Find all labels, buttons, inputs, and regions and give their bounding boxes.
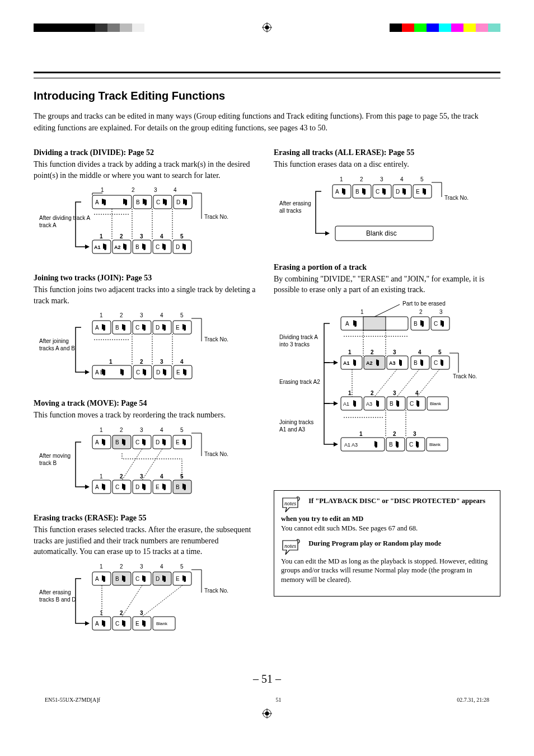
notes-icon: notes bbox=[281, 539, 303, 557]
svg-text:4: 4 bbox=[400, 176, 404, 182]
svg-text:D: D bbox=[396, 189, 400, 195]
svg-text:After erasing: After erasing bbox=[279, 200, 311, 206]
svg-text:Dividing track A: Dividing track A bbox=[279, 334, 318, 340]
note2-body: You can edit the MD as long as the playb… bbox=[281, 557, 488, 584]
print-crop-marks bbox=[34, 0, 500, 38]
svg-text:1: 1 bbox=[101, 187, 104, 193]
page-number: – 51 – bbox=[34, 673, 500, 685]
svg-text:D: D bbox=[176, 244, 180, 250]
footer-center: 51 bbox=[276, 697, 282, 703]
svg-text:Track No.: Track No. bbox=[204, 451, 228, 457]
svg-text:5: 5 bbox=[420, 176, 424, 182]
svg-text:E: E bbox=[176, 325, 180, 331]
svg-text:Track No.: Track No. bbox=[444, 195, 469, 201]
svg-text:Blank: Blank bbox=[429, 442, 441, 447]
note1-body: You cannot edit such MDs. See pages 67 a… bbox=[281, 524, 418, 532]
svg-text:5: 5 bbox=[438, 349, 442, 355]
svg-text:3: 3 bbox=[140, 564, 143, 570]
svg-text:2: 2 bbox=[371, 390, 374, 396]
svg-text:all tracks: all tracks bbox=[279, 208, 301, 214]
registration-mark-icon bbox=[262, 22, 272, 32]
svg-text:Blank disc: Blank disc bbox=[366, 229, 397, 237]
svg-text:1: 1 bbox=[360, 309, 364, 315]
svg-text:4: 4 bbox=[415, 390, 419, 396]
svg-text:D: D bbox=[135, 484, 139, 490]
svg-marker-213 bbox=[334, 401, 338, 406]
svg-text:1: 1 bbox=[359, 431, 363, 437]
svg-text:After moving: After moving bbox=[39, 453, 71, 459]
svg-text:E: E bbox=[135, 621, 139, 627]
svg-text:4: 4 bbox=[160, 312, 163, 318]
svg-marker-234 bbox=[334, 442, 338, 447]
svg-text:1: 1 bbox=[340, 176, 343, 182]
svg-text:2: 2 bbox=[120, 473, 123, 480]
svg-text:A: A bbox=[95, 576, 99, 582]
svg-text:C: C bbox=[115, 484, 119, 490]
svg-text:3: 3 bbox=[140, 312, 143, 318]
svg-text:3: 3 bbox=[393, 349, 396, 355]
intro-paragraph: The groups and tracks can be edited in m… bbox=[34, 110, 500, 134]
divide-body: This function divides a track by adding … bbox=[34, 159, 260, 181]
svg-text:A: A bbox=[95, 621, 99, 627]
erase-body: This function erases selected tracks. Af… bbox=[34, 524, 260, 557]
svg-text:2: 2 bbox=[360, 176, 363, 182]
erase-diagram: 1 2 3 4 5 A B C D E Tra bbox=[34, 562, 260, 640]
svg-text:track B: track B bbox=[39, 460, 57, 466]
svg-text:4: 4 bbox=[418, 349, 421, 355]
svg-text:Blank: Blank bbox=[156, 621, 168, 626]
svg-text:3: 3 bbox=[140, 233, 143, 240]
svg-text:After joining: After joining bbox=[39, 338, 69, 344]
svg-text:4: 4 bbox=[160, 564, 163, 570]
svg-marker-173 bbox=[325, 231, 330, 236]
svg-text:D: D bbox=[156, 325, 160, 331]
portion-diagram: Part to be erased 1 2 3 A B C Dividing t… bbox=[274, 300, 500, 473]
svg-text:A2: A2 bbox=[366, 360, 373, 366]
svg-text:5: 5 bbox=[180, 564, 184, 570]
svg-text:3: 3 bbox=[439, 309, 443, 315]
svg-text:D: D bbox=[176, 199, 180, 205]
allerase-title: Erasing all tracks (ALL ERASE): Page 55 bbox=[274, 148, 500, 157]
svg-text:Joining tracks: Joining tracks bbox=[279, 419, 313, 425]
svg-marker-22 bbox=[85, 245, 90, 249]
svg-text:A: A bbox=[95, 484, 99, 490]
svg-text:2: 2 bbox=[132, 187, 135, 193]
svg-text:C: C bbox=[434, 321, 438, 327]
svg-line-217 bbox=[417, 369, 439, 397]
svg-line-177 bbox=[374, 304, 400, 317]
svg-text:notes: notes bbox=[284, 543, 296, 549]
rule-thick bbox=[34, 72, 500, 73]
svg-text:A1: A1 bbox=[94, 245, 101, 250]
svg-text:A1 and A3: A1 and A3 bbox=[279, 426, 306, 433]
svg-text:tracks B and D: tracks B and D bbox=[39, 597, 76, 603]
svg-text:5: 5 bbox=[180, 312, 184, 318]
svg-text:1: 1 bbox=[109, 359, 113, 365]
svg-text:5: 5 bbox=[180, 473, 184, 480]
svg-text:5: 5 bbox=[180, 427, 184, 433]
svg-text:3: 3 bbox=[140, 473, 143, 480]
svg-text:1: 1 bbox=[100, 233, 103, 240]
move-title: Moving a track (MOVE): Page 54 bbox=[34, 399, 260, 408]
note1-title: If "PLAYBACK DISC" or "DISC PROTECTED" a… bbox=[281, 497, 485, 523]
svg-text:4: 4 bbox=[160, 233, 163, 240]
svg-text:3: 3 bbox=[140, 427, 143, 433]
svg-text:1: 1 bbox=[100, 610, 103, 616]
svg-text:Erasing track A2: Erasing track A2 bbox=[279, 379, 320, 385]
join-title: Joining two tracks (JOIN): Page 53 bbox=[34, 274, 260, 283]
footer-left: EN51-55UX-Z7MD[A]f bbox=[45, 697, 100, 703]
color-bar-right bbox=[390, 24, 500, 32]
svg-text:A2: A2 bbox=[114, 245, 121, 250]
svg-text:E: E bbox=[416, 189, 420, 195]
move-diagram: 1 2 3 4 5 A B C D E Tra bbox=[34, 425, 260, 504]
svg-text:3: 3 bbox=[154, 187, 157, 193]
svg-text:B: B bbox=[355, 189, 359, 195]
svg-text:B: B bbox=[389, 442, 393, 448]
svg-text:B: B bbox=[115, 325, 119, 331]
svg-text:Track No.: Track No. bbox=[204, 214, 228, 220]
svg-text:notes: notes bbox=[284, 500, 296, 506]
svg-line-102 bbox=[142, 449, 162, 480]
svg-text:A: A bbox=[95, 439, 99, 445]
allerase-body: This function erases data on a disc enti… bbox=[274, 159, 500, 170]
join-diagram: 1 2 3 4 5 A B C D E Tra bbox=[34, 311, 260, 389]
svg-text:D: D bbox=[156, 576, 160, 582]
svg-text:3: 3 bbox=[380, 176, 383, 182]
